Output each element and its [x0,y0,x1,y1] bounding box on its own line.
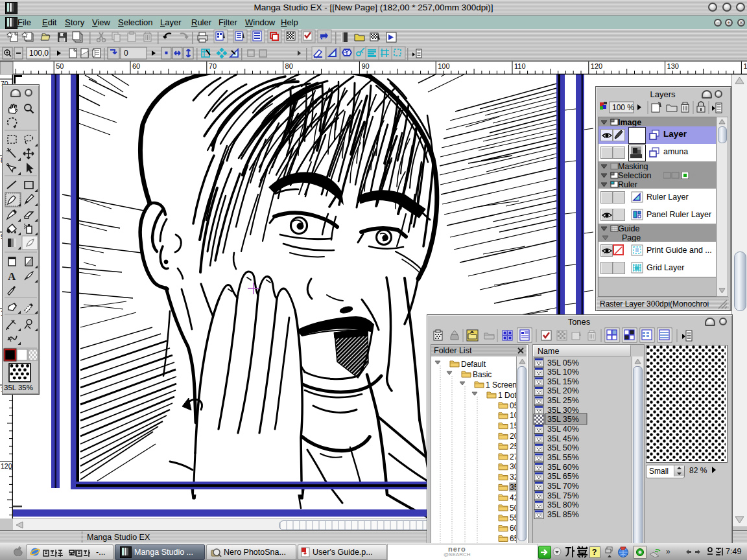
svg-text:70: 70 [209,62,217,70]
svg-text:35L 65%: 35L 65% [547,472,579,481]
svg-text:35L 35%: 35L 35% [547,415,579,424]
svg-text:35L 35%: 35L 35% [4,384,33,391]
svg-text:0: 0 [124,49,128,58]
svg-text:50: 50 [510,504,516,513]
svg-text:27: 27 [510,452,516,461]
svg-text:35L 05%: 35L 05% [547,358,579,368]
svg-text:1 Screen: 1 Screen [486,380,516,390]
svg-text:60: 60 [510,524,516,533]
svg-text:110: 110 [514,62,526,70]
svg-text:Basic: Basic [473,370,492,379]
svg-text:Default: Default [461,360,486,369]
svg-text:35L 25%: 35L 25% [547,396,579,405]
svg-text:130: 130 [667,62,679,70]
svg-text:35L 20%: 35L 20% [547,386,579,395]
svg-text:1 Dot: 1 Dot [498,391,516,400]
svg-text:42: 42 [510,493,516,502]
svg-text:32: 32 [510,472,516,482]
svg-text:35L 70%: 35L 70% [547,482,579,491]
svg-text:35: 35 [510,483,516,492]
svg-text:35L 15%: 35L 15% [547,377,579,386]
svg-text:100,0: 100,0 [29,49,49,58]
svg-text:35L 85%: 35L 85% [547,510,579,519]
svg-text:65: 65 [510,534,516,543]
svg-text:100: 100 [438,62,449,70]
svg-text:10: 10 [510,411,516,420]
svg-text:90: 90 [361,62,369,70]
svg-text:05: 05 [510,401,516,410]
svg-text:50: 50 [56,62,64,70]
svg-text:120: 120 [1,462,12,470]
svg-text:100 %: 100 % [612,103,634,112]
svg-text:35L 50%: 35L 50% [547,443,579,452]
svg-text:140: 140 [743,62,747,70]
svg-text:55: 55 [510,513,516,522]
svg-text:A: A [8,270,16,283]
svg-text:60: 60 [132,62,140,70]
svg-text:35L 55%: 35L 55% [547,453,579,462]
svg-text:25: 25 [510,442,516,451]
svg-text:35L 45%: 35L 45% [547,434,579,443]
svg-text:20: 20 [510,432,516,441]
svg-text:35L 80%: 35L 80% [547,500,579,509]
svg-text:35L 75%: 35L 75% [547,491,579,500]
svg-text:120: 120 [591,62,602,70]
svg-text:35L 10%: 35L 10% [547,368,579,377]
svg-text:35L 60%: 35L 60% [547,463,579,472]
svg-text:35L 40%: 35L 40% [547,425,579,434]
svg-text:15: 15 [510,421,516,430]
svg-text:80: 80 [285,62,293,70]
svg-text:30: 30 [510,462,516,471]
